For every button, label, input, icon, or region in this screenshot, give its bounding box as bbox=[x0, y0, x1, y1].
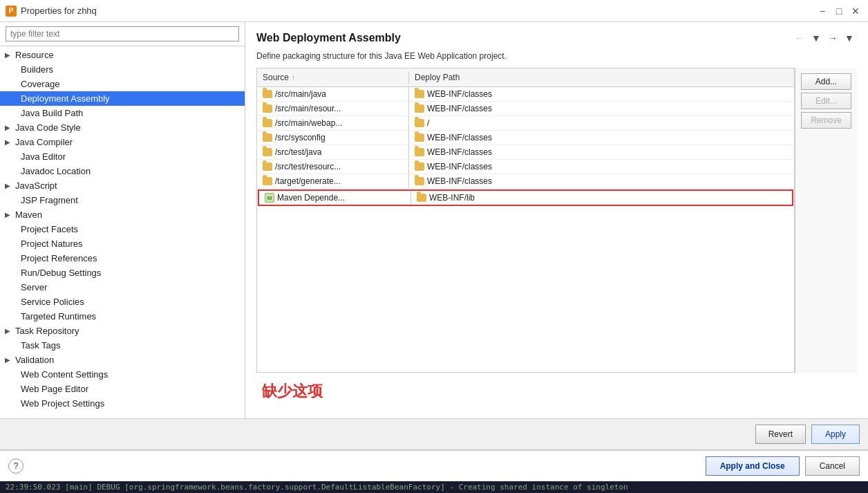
sidebar-item[interactable]: Web Project Settings bbox=[0, 396, 245, 411]
sidebar-item-label: Targeted Runtimes bbox=[21, 311, 96, 322]
nav-forward-button[interactable]: → bbox=[825, 30, 840, 46]
deploy-text: WEB-INF/classes bbox=[427, 133, 492, 142]
apply-button[interactable]: Apply bbox=[811, 425, 860, 444]
sidebar-item[interactable]: Task Tags bbox=[0, 338, 245, 353]
sidebar-filter-container bbox=[0, 22, 245, 46]
sidebar-item[interactable]: Builders bbox=[0, 62, 245, 77]
sidebar-item[interactable]: Java Build Path bbox=[0, 106, 245, 120]
nav-back-dropdown-button[interactable]: ▼ bbox=[809, 30, 824, 46]
source-text: /src/test/java bbox=[275, 147, 321, 157]
sidebar-item[interactable]: Javadoc Location bbox=[0, 164, 245, 178]
content-header: Web Deployment Assembly ← ▼ → ▼ bbox=[256, 30, 857, 46]
table-row[interactable]: MMaven Depende...WEB-INF/lib bbox=[258, 189, 793, 206]
sidebar-item[interactable]: Project Natures bbox=[0, 236, 245, 251]
folder-icon bbox=[263, 148, 272, 156]
content-description: Define packaging structure for this Java… bbox=[256, 51, 857, 61]
sidebar-item[interactable]: Server bbox=[0, 280, 245, 295]
folder-icon bbox=[263, 90, 272, 98]
sidebar-item[interactable]: ▶Validation bbox=[0, 353, 245, 367]
source-text: /target/generate... bbox=[275, 176, 341, 186]
deploy-folder-icon bbox=[415, 177, 424, 185]
sidebar-item-label: Project References bbox=[21, 253, 97, 263]
expand-arrow-icon: ▶ bbox=[3, 356, 12, 364]
nav-arrows: ← ▼ → ▼ bbox=[792, 30, 857, 46]
data-table-rows: /src/main/javaWEB-INF/classes/src/main/r… bbox=[257, 87, 794, 372]
content-area: Web Deployment Assembly ← ▼ → ▼ Define p… bbox=[245, 22, 868, 418]
source-cell: /target/generate... bbox=[257, 174, 409, 188]
deploy-folder-icon bbox=[415, 90, 424, 98]
table-row[interactable]: /src/test/resourc...WEB-INF/classes bbox=[257, 160, 794, 174]
sidebar-item[interactable]: Run/Debug Settings bbox=[0, 266, 245, 280]
table-row[interactable]: /src/main/javaWEB-INF/classes bbox=[257, 87, 794, 102]
sidebar-item[interactable]: Targeted Runtimes bbox=[0, 309, 245, 324]
deploy-column-header: Deploy Path bbox=[409, 71, 794, 84]
source-text: /src/main/java bbox=[275, 89, 326, 99]
footer-right: Apply and Close Cancel bbox=[706, 456, 860, 476]
sidebar-item[interactable]: Project References bbox=[0, 251, 245, 266]
source-text: /src/test/resourc... bbox=[275, 162, 341, 171]
deploy-text: WEB-INF/classes bbox=[427, 176, 492, 186]
table-row[interactable]: /src/main/resour...WEB-INF/classes bbox=[257, 102, 794, 116]
expand-arrow-icon: ▶ bbox=[3, 211, 12, 218]
sidebar-item-label: Java Editor bbox=[21, 151, 66, 162]
sidebar-item[interactable]: JSP Fragment bbox=[0, 193, 245, 207]
nav-forward-dropdown-button[interactable]: ▼ bbox=[842, 30, 857, 46]
expand-arrow-icon: ▶ bbox=[3, 327, 12, 335]
sidebar-item[interactable]: Coverage bbox=[0, 77, 245, 91]
sidebar-item[interactable]: ▶Resource bbox=[0, 48, 245, 62]
title-bar: P Properties for zhhq − □ ✕ bbox=[0, 0, 868, 22]
sidebar-item-label: Web Content Settings bbox=[21, 369, 108, 380]
remove-button[interactable]: Remove bbox=[801, 112, 851, 129]
sidebar-item-label: JavaScript bbox=[15, 180, 57, 191]
sidebar: ▶ResourceBuildersCoverageDeployment Asse… bbox=[0, 22, 245, 418]
app-icon: P bbox=[6, 6, 17, 17]
title-bar-text: Properties for zhhq bbox=[21, 6, 815, 16]
table-row[interactable]: /src/test/javaWEB-INF/classes bbox=[257, 145, 794, 160]
deploy-cell: WEB-INF/classes bbox=[409, 87, 794, 101]
sidebar-list: ▶ResourceBuildersCoverageDeployment Asse… bbox=[0, 46, 245, 418]
add-button[interactable]: Add... bbox=[801, 73, 851, 90]
sidebar-item-label: Javadoc Location bbox=[21, 166, 91, 176]
deploy-text: WEB-INF/classes bbox=[427, 162, 492, 171]
expand-arrow-icon: ▶ bbox=[3, 182, 12, 189]
sidebar-item[interactable]: Web Page Editor bbox=[0, 382, 245, 396]
sidebar-item[interactable]: Project Facets bbox=[0, 222, 245, 236]
deploy-text: WEB-INF/classes bbox=[427, 89, 492, 99]
sidebar-filter-input[interactable] bbox=[6, 26, 239, 41]
sidebar-item[interactable]: ▶Task Repository bbox=[0, 324, 245, 338]
close-button[interactable]: ✕ bbox=[849, 4, 862, 18]
table-header: Source ↑ Deploy Path bbox=[257, 68, 794, 87]
revert-button[interactable]: Revert bbox=[755, 425, 806, 444]
footer-left: ? bbox=[8, 458, 23, 474]
sidebar-item-label: JSP Fragment bbox=[21, 195, 78, 205]
table-row[interactable]: /src/main/webap.../ bbox=[257, 116, 794, 131]
sidebar-item[interactable]: ▶Java Code Style bbox=[0, 120, 245, 135]
sidebar-item[interactable]: ▶Java Compiler bbox=[0, 135, 245, 149]
deploy-cell: WEB-INF/classes bbox=[409, 102, 794, 115]
folder-icon bbox=[263, 104, 272, 113]
status-bar-text: 22:39:50.023 [main] DEBUG [org.springfra… bbox=[6, 483, 628, 492]
table-row[interactable]: /target/generate...WEB-INF/classes bbox=[257, 174, 794, 189]
edit-button[interactable]: Edit... bbox=[801, 93, 851, 109]
source-cell: MMaven Depende... bbox=[259, 191, 411, 205]
deploy-text: WEB-INF/lib bbox=[429, 193, 475, 203]
sidebar-item[interactable]: Java Editor bbox=[0, 149, 245, 164]
sidebar-item[interactable]: Web Content Settings bbox=[0, 367, 245, 382]
sidebar-item[interactable]: ▶JavaScript bbox=[0, 178, 245, 193]
deploy-cell: WEB-INF/classes bbox=[409, 145, 794, 159]
nav-back-button[interactable]: ← bbox=[792, 30, 807, 46]
sidebar-item[interactable]: ▶Maven bbox=[0, 207, 245, 222]
table-row[interactable]: /src/sysconfigWEB-INF/classes bbox=[257, 131, 794, 145]
deploy-cell: WEB-INF/classes bbox=[409, 131, 794, 145]
help-button[interactable]: ? bbox=[8, 458, 23, 474]
sidebar-item[interactable]: Deployment Assembly bbox=[0, 91, 245, 106]
maximize-button[interactable]: □ bbox=[832, 4, 846, 18]
apply-and-close-button[interactable]: Apply and Close bbox=[706, 456, 800, 476]
cancel-button[interactable]: Cancel bbox=[805, 456, 860, 476]
source-cell: /src/main/resour... bbox=[257, 102, 409, 115]
sidebar-item[interactable]: Service Policies bbox=[0, 295, 245, 309]
deploy-cell: WEB-INF/classes bbox=[409, 174, 794, 188]
minimize-button[interactable]: − bbox=[815, 4, 829, 18]
folder-icon bbox=[263, 119, 272, 127]
source-column-header: Source ↑ bbox=[257, 71, 409, 84]
